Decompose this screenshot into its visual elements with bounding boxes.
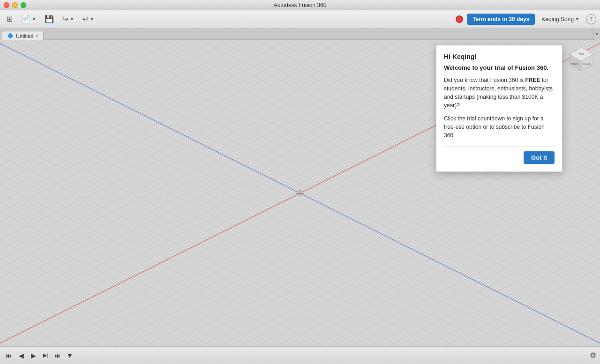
undo-button[interactable]: ↩ ▼ xyxy=(60,13,77,25)
popup-subtitle: Welcome to your trial of Fusion 360. xyxy=(444,64,555,71)
popup-body1-bold: FREE xyxy=(525,77,540,83)
user-dropdown-icon: ▼ xyxy=(575,17,579,22)
popup-greeting: Hi Keqing! xyxy=(444,53,555,60)
play-button[interactable]: ▶ xyxy=(28,350,38,361)
user-name-label: Keqing Song xyxy=(541,16,574,22)
apps-grid-button[interactable]: ⊞ xyxy=(4,13,15,25)
redo-button[interactable]: ↩ ▼ xyxy=(80,13,97,25)
undo-dropdown-icon: ▼ xyxy=(70,17,74,22)
view-cube-svg: TOP FRONT RIGHT xyxy=(567,45,595,73)
tab-spacer xyxy=(44,28,593,40)
popup-body1: Did you know that Fusion 360 is FREE for… xyxy=(444,76,555,110)
redo-dropdown-icon: ▼ xyxy=(90,17,94,22)
view-cube[interactable]: TOP FRONT RIGHT xyxy=(567,45,595,73)
file-dropdown-icon: ▼ xyxy=(32,17,36,22)
svg-text:FRONT: FRONT xyxy=(570,62,580,65)
window-controls xyxy=(4,2,26,8)
record-button[interactable] xyxy=(456,15,463,23)
undo-icon: ↩ xyxy=(62,15,68,23)
svg-text:TOP: TOP xyxy=(578,53,584,56)
viewport: TOP FRONT RIGHT Hi Keqing! Welcome to yo… xyxy=(0,40,600,346)
play-icon: ▶ xyxy=(31,352,36,359)
redo-icon: ↩ xyxy=(82,15,89,23)
got-it-button[interactable]: Got it xyxy=(524,151,555,164)
file-icon: 📄 xyxy=(21,15,30,23)
filter-button[interactable]: ▼ xyxy=(67,352,73,359)
tab-bar: 🔷 Untitled × ▼ xyxy=(0,28,600,40)
maximize-window-button[interactable] xyxy=(21,2,26,8)
bottom-bar: ⏮ ◀ ▶ ▶| ⏭ ▼ ⚙ xyxy=(0,346,600,364)
save-button[interactable]: 💾 xyxy=(42,13,57,25)
title-bar: Autodesk Fusion 360 xyxy=(0,0,600,10)
settings-button[interactable]: ⚙ xyxy=(590,351,596,360)
first-frame-icon: ⏮ xyxy=(6,352,12,359)
collapse-panel-button[interactable]: ▼ xyxy=(593,28,600,40)
document-tab[interactable]: 🔷 Untitled × xyxy=(2,31,44,40)
tab-doc-icon: 🔷 xyxy=(7,33,14,39)
welcome-popup: Hi Keqing! Welcome to your trial of Fusi… xyxy=(436,45,562,172)
toolbar: ⊞ 📄 ▼ 💾 ↩ ▼ ↩ ▼ Term ends in 30 days Keq… xyxy=(0,10,600,28)
popup-body1-pre: Did you know that Fusion 360 is xyxy=(444,77,525,83)
file-button[interactable]: 📄 ▼ xyxy=(18,13,39,25)
next-frame-button[interactable]: ▶| xyxy=(40,350,51,361)
last-frame-button[interactable]: ⏭ xyxy=(52,350,63,361)
help-button[interactable]: ? xyxy=(586,14,596,24)
next-frame-icon: ▶| xyxy=(43,352,48,358)
previous-frame-button[interactable]: ◀ xyxy=(16,350,26,361)
apps-grid-icon: ⊞ xyxy=(7,15,13,23)
window-title: Autodesk Fusion 360 xyxy=(274,2,327,8)
svg-text:RIGHT: RIGHT xyxy=(583,62,592,65)
popup-footer: Got it xyxy=(444,146,555,164)
user-menu-button[interactable]: Keqing Song ▼ xyxy=(539,15,582,24)
help-icon: ? xyxy=(589,16,592,22)
save-icon: 💾 xyxy=(45,15,54,23)
minimize-window-button[interactable] xyxy=(12,2,18,8)
first-frame-button[interactable]: ⏮ xyxy=(4,350,14,361)
tab-label: Untitled xyxy=(16,33,33,39)
prev-frame-icon: ◀ xyxy=(19,352,24,359)
popup-body2: Click the trial countdown to sign up for… xyxy=(444,114,555,140)
close-window-button[interactable] xyxy=(4,2,9,8)
tab-close-button[interactable]: × xyxy=(36,33,38,38)
last-frame-icon: ⏭ xyxy=(54,352,61,359)
trial-button[interactable]: Term ends in 30 days xyxy=(467,14,535,25)
